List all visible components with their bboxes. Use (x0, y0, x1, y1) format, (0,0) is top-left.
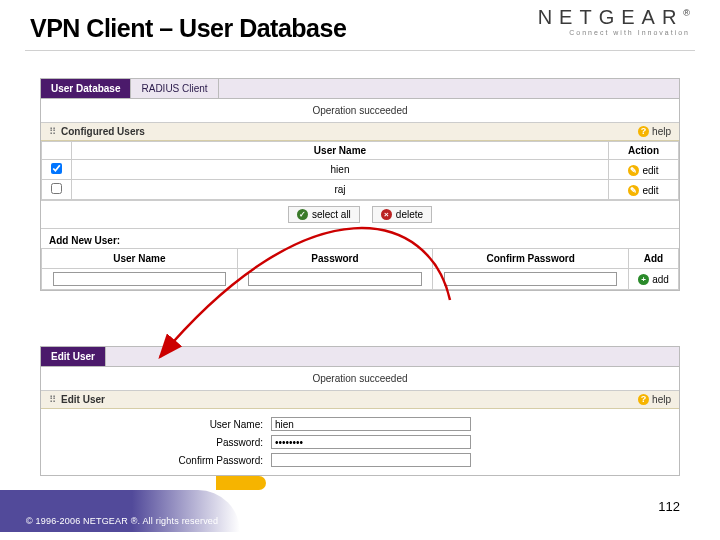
slide-title: VPN Client – User Database (30, 14, 346, 43)
col-action: Action (609, 142, 679, 160)
row-user: raj (72, 180, 609, 200)
section-title: Configured Users (61, 126, 145, 137)
section-title: Edit User (61, 394, 105, 405)
addcol-add: Add (629, 249, 679, 269)
delete-icon: × (381, 209, 392, 220)
section-grip-icon: ⠿ (49, 126, 56, 137)
row-checkbox[interactable] (51, 183, 62, 194)
col-user-name: User Name (72, 142, 609, 160)
configured-users-header: ⠿Configured Users ?help (41, 123, 679, 141)
add-user-table: User Name Password Confirm Password Add … (41, 248, 679, 290)
edit-user-form: User Name: Password: Confirm Password: (41, 409, 679, 475)
table-row: raj ✎edit (42, 180, 679, 200)
add-user-name-input[interactable] (53, 272, 227, 286)
configured-users-table: User Name Action hien ✎edit raj ✎edit (41, 141, 679, 200)
addcol-pass: Password (237, 249, 433, 269)
add-icon: + (638, 274, 649, 285)
status-message: Operation succeeded (41, 99, 679, 123)
edit-confirm-password-input[interactable] (271, 453, 471, 467)
tab-edit-user[interactable]: Edit User (41, 347, 106, 366)
confirm-password-label: Confirm Password: (41, 455, 271, 466)
row-checkbox[interactable] (51, 163, 62, 174)
select-all-button[interactable]: ✓select all (288, 206, 360, 223)
edit-icon: ✎ (628, 165, 639, 176)
tab-bar-edit: Edit User (41, 347, 679, 367)
brand-block: NETGEAR® Connect with Innovation (538, 6, 690, 36)
table-actions: ✓select all ×delete (41, 200, 679, 229)
addcol-confirm: Confirm Password (433, 249, 629, 269)
page-number: 112 (658, 499, 680, 514)
edit-user-header: ⠿Edit User ?help (41, 391, 679, 409)
help-link[interactable]: ?help (638, 126, 671, 137)
tab-bar: User Database RADIUS Client (41, 79, 679, 99)
section-grip-icon: ⠿ (49, 394, 56, 405)
user-name-label: User Name: (41, 419, 271, 430)
password-label: Password: (41, 437, 271, 448)
brand-tagline: Connect with Innovation (538, 29, 690, 36)
edit-button[interactable]: ✎edit (628, 165, 658, 176)
brand-logo: NETGEAR® (538, 6, 690, 29)
tab-user-database[interactable]: User Database (41, 79, 131, 98)
col-checkbox (42, 142, 72, 160)
title-divider (25, 50, 695, 51)
select-all-icon: ✓ (297, 209, 308, 220)
add-button[interactable]: +add (638, 274, 669, 285)
table-row: hien ✎edit (42, 160, 679, 180)
status-message: Operation succeeded (41, 367, 679, 391)
add-password-input[interactable] (248, 272, 422, 286)
user-database-panel: User Database RADIUS Client Operation su… (40, 78, 680, 291)
edit-password-input[interactable] (271, 435, 471, 449)
edit-icon: ✎ (628, 185, 639, 196)
edit-user-panel: Edit User Operation succeeded ⠿Edit User… (40, 346, 680, 476)
edit-user-name-input[interactable] (271, 417, 471, 431)
addcol-user: User Name (42, 249, 238, 269)
help-link[interactable]: ?help (638, 394, 671, 405)
footer-copyright: © 1996-2006 NETGEAR ®. All rights reserv… (26, 516, 218, 526)
row-user: hien (72, 160, 609, 180)
help-icon: ? (638, 126, 649, 137)
edit-button[interactable]: ✎edit (628, 185, 658, 196)
help-icon: ? (638, 394, 649, 405)
tab-radius-client[interactable]: RADIUS Client (131, 79, 218, 98)
add-confirm-password-input[interactable] (444, 272, 618, 286)
delete-button[interactable]: ×delete (372, 206, 432, 223)
add-new-user-title: Add New User: (41, 229, 679, 248)
